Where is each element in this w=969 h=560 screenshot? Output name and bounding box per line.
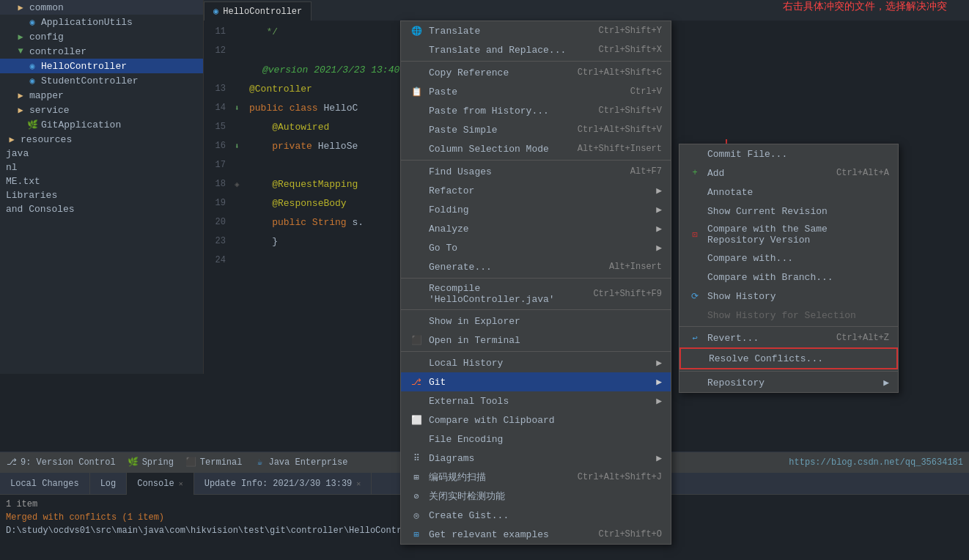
menu-item-paste-simple[interactable]: Paste Simple Ctrl+Alt+Shift+V <box>401 120 671 139</box>
vcs-menu-annotate[interactable]: Annotate <box>679 183 898 202</box>
tab-label: Update Info: 2021/3/30 13:39 <box>205 479 353 489</box>
sidebar-item-hello-controller[interactable]: ◉ HelloController <box>0 59 203 73</box>
menu-item-file-encoding[interactable]: File Encoding <box>401 430 671 449</box>
menu-separator <box>401 160 671 161</box>
sidebar-item-controller[interactable]: ▼ controller <box>0 44 203 59</box>
sidebar-label: StudentController <box>41 75 139 86</box>
menu-item-translate[interactable]: 🌐 Translate Ctrl+Shift+Y <box>401 21 671 40</box>
menu-item-create-gist[interactable]: ◎ Create Gist... <box>401 506 671 525</box>
tab-log[interactable]: Log <box>90 473 128 495</box>
empty-icon <box>410 184 423 197</box>
sidebar-item-apputils[interactable]: ◉ ApplicationUtils <box>0 15 203 29</box>
menu-item-show-explorer[interactable]: Show in Explorer <box>401 312 671 331</box>
vcs-menu-commit[interactable]: Commit File... <box>679 144 898 163</box>
empty-icon <box>410 356 423 369</box>
menu-item-external-tools[interactable]: External Tools ▶ <box>401 391 671 410</box>
java-file-icon: ◉ <box>26 60 38 72</box>
status-item-terminal[interactable]: ⬛ Terminal <box>185 457 243 468</box>
vcs-menu-label: Add <box>707 168 724 179</box>
menu-item-diagrams[interactable]: ⠿ Diagrams ▶ <box>401 449 671 468</box>
menu-label: Diagrams <box>429 453 474 464</box>
submenu-arrow: ▶ <box>656 242 662 254</box>
menu-label: Compare with Clipboard <box>429 415 555 426</box>
vcs-menu-show-history[interactable]: ⟳ Show History <box>679 287 898 306</box>
menu-label: Go To <box>429 243 457 254</box>
vcs-menu-compare-branch[interactable]: Compare with Branch... <box>679 268 898 287</box>
examples-icon: ⊞ <box>410 528 423 541</box>
sidebar-label: java <box>6 148 29 159</box>
menu-item-column-selection[interactable]: Column Selection Mode Alt+Shift+Insert <box>401 139 671 158</box>
menu-item-git[interactable]: ⎇ Git ▶ <box>401 372 671 391</box>
sidebar-item-config[interactable]: ▶ config <box>0 29 203 44</box>
sidebar-item-me-txt[interactable]: ME.txt <box>0 174 203 188</box>
menu-item-close-detect[interactable]: ⊘ 关闭实时检测功能 <box>401 487 671 506</box>
menu-shortcut: Ctrl+Alt+Shift+J <box>578 472 662 482</box>
sidebar-item-student-controller[interactable]: ◉ StudentController <box>0 73 203 88</box>
vcs-menu-label: Show Current Revision <box>707 206 828 217</box>
sidebar-item-mapper[interactable]: ▶ mapper <box>0 88 203 103</box>
vcs-menu-revert[interactable]: ↩ Revert... Ctrl+Alt+Z <box>679 328 898 347</box>
menu-item-find-usages[interactable]: Find Usages Alt+F7 <box>401 162 671 181</box>
sidebar-label: mapper <box>29 90 64 101</box>
menu-label: Translate <box>429 26 480 37</box>
vcs-menu-resolve-conflicts[interactable]: Resolve Conflicts... <box>679 347 898 369</box>
file-tab-hello-controller[interactable]: ◉ HelloController <box>204 1 312 21</box>
close-icon[interactable]: ✕ <box>356 479 361 488</box>
menu-item-translate-replace[interactable]: Translate and Replace... Ctrl+Shift+X <box>401 40 671 59</box>
menu-item-goto[interactable]: Go To ▶ <box>401 238 671 257</box>
sidebar-item-service[interactable]: ▶ service <box>0 103 203 117</box>
terminal-status-icon: ⬛ <box>185 457 197 468</box>
menu-item-generate[interactable]: Generate... Alt+Insert <box>401 257 671 276</box>
menu-item-code-scan[interactable]: ⊞ 编码规约扫描 Ctrl+Alt+Shift+J <box>401 468 671 487</box>
vcs-menu-compare-same[interactable]: ⊡ Compare with the Same Repository Versi… <box>679 221 898 248</box>
sidebar-item-resources[interactable]: ▶ resources <box>0 132 203 147</box>
menu-label: Column Selection Mode <box>429 144 549 155</box>
menu-item-folding[interactable]: Folding ▶ <box>401 200 671 219</box>
tab-console[interactable]: Console ✕ <box>127 473 194 495</box>
empty-icon <box>688 309 701 322</box>
paste-icon: 📋 <box>410 85 423 98</box>
sidebar-item-libraries[interactable]: Libraries <box>0 188 203 202</box>
status-item-java-enterprise[interactable]: ☕ Java Enterprise <box>254 457 347 468</box>
status-item-vcs[interactable]: ⎇ 9: Version Control <box>6 457 116 468</box>
tab-update-info[interactable]: Update Info: 2021/3/30 13:39 ✕ <box>194 473 372 495</box>
sidebar-item-common[interactable]: ▶ common <box>0 0 203 15</box>
tab-label: Local Changes <box>10 479 79 489</box>
sidebar-label: config <box>29 32 64 43</box>
empty-icon <box>410 287 423 301</box>
vcs-menu-add[interactable]: + Add Ctrl+Alt+A <box>679 163 898 183</box>
sidebar-item-and-consoles[interactable]: and Consoles <box>0 202 203 216</box>
submenu-arrow: ▶ <box>656 395 662 407</box>
menu-item-analyze[interactable]: Analyze ▶ <box>401 219 671 238</box>
spring-folder-icon: ▶ <box>15 31 26 43</box>
vcs-menu-compare-with[interactable]: Compare with... <box>679 248 898 268</box>
status-item-spring[interactable]: 🌿 Spring <box>128 457 174 468</box>
menu-item-paste-history[interactable]: Paste from History... Ctrl+Shift+V <box>401 101 671 120</box>
menu-item-compare-clipboard[interactable]: ⬜ Compare with Clipboard <box>401 410 671 430</box>
sidebar-label: Libraries <box>6 190 57 201</box>
tab-local-changes[interactable]: Local Changes <box>0 473 90 495</box>
vcs-menu-repository[interactable]: Repository ▶ <box>679 373 898 392</box>
vcs-menu-show-history-selection[interactable]: Show History for Selection <box>679 306 898 325</box>
menu-separator <box>401 278 671 279</box>
menu-separator <box>401 309 671 310</box>
folder-icon: ▶ <box>15 89 26 101</box>
sidebar-item-git-application[interactable]: 🌿 GitApplication <box>0 117 203 132</box>
menu-item-relevant-examples[interactable]: ⊞ Get relevant examples Ctrl+Shift+O <box>401 525 671 544</box>
menu-item-copy-reference[interactable]: Copy Reference Ctrl+Alt+Shift+C <box>401 63 671 82</box>
sidebar-item-nl[interactable]: nl <box>0 161 203 174</box>
file-tab-label: HelloController <box>223 7 302 17</box>
menu-shortcut: Ctrl+Shift+X <box>599 45 662 55</box>
menu-item-recompile[interactable]: Recompile 'HelloController.java' Ctrl+Sh… <box>401 280 671 308</box>
menu-item-refactor[interactable]: Refactor ▶ <box>401 181 671 200</box>
menu-shortcut: Ctrl+Alt+Shift+V <box>578 125 662 135</box>
menu-label: Translate and Replace... <box>429 45 566 56</box>
menu-shortcut: Ctrl+V <box>630 86 662 97</box>
sidebar-label: HelloController <box>41 61 127 72</box>
menu-item-paste[interactable]: 📋 Paste Ctrl+V <box>401 82 671 101</box>
menu-item-open-terminal[interactable]: ⬛ Open in Terminal <box>401 331 671 350</box>
vcs-menu-show-current[interactable]: Show Current Revision <box>679 202 898 221</box>
close-icon[interactable]: ✕ <box>179 479 183 488</box>
menu-item-local-history[interactable]: Local History ▶ <box>401 353 671 372</box>
sidebar-item-java[interactable]: java <box>0 147 203 161</box>
